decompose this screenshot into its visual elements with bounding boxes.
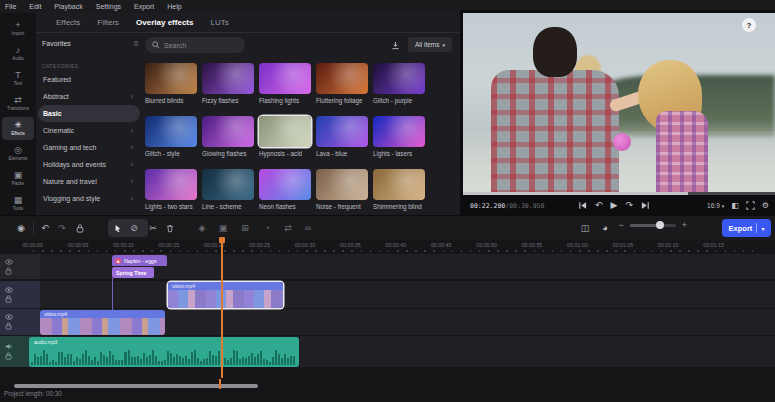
zoom-slider-knob[interactable] [656,221,664,229]
search-bar[interactable] [145,37,245,53]
effect-card[interactable]: Shimmering blind [373,169,425,215]
effect-thumbnail[interactable] [373,169,425,200]
audio-clip[interactable]: audio.mp3 [29,337,299,367]
effect-card[interactable]: Flashing lights [259,63,311,110]
effect-card[interactable]: Blurred blinds [145,63,197,110]
category-item[interactable]: Gaming and tech › [38,139,140,156]
menu-item[interactable]: Export [134,3,154,10]
effect-thumbnail[interactable] [316,63,368,94]
category-item[interactable]: Holidays and events › [38,156,140,173]
category-item[interactable]: Vlogging and style › [38,190,140,207]
download-icon[interactable] [388,38,402,52]
effect-card[interactable]: Hypnosis - acid [259,116,311,163]
export-button[interactable]: Export ▾ [722,219,771,237]
player-seekbar[interactable] [463,192,775,195]
effect-thumbnail[interactable] [259,169,311,200]
zoom-out-icon[interactable]: − [618,220,623,230]
favorites-row[interactable]: Favorites 0 [42,40,138,47]
category-item[interactable]: Nature and travel › [38,173,140,190]
video-preview[interactable]: ? [463,13,775,192]
filter-dropdown[interactable]: All items ▾ [408,37,452,52]
menu-item[interactable]: Settings [96,3,121,10]
effect-thumbnail[interactable] [145,169,197,200]
timeline-ruler[interactable]: 00:00:00 00:00:05 00:00:10 00:00:15 00:0… [0,240,775,253]
freeze-frame-icon[interactable]: ▣ [215,220,231,236]
sidebar-item[interactable]: ♪ Audio [2,42,34,66]
video-clip-selected[interactable]: video.mp4 [168,282,283,308]
effect-card[interactable]: Line - scheme [202,169,254,215]
panel-tab[interactable]: Overlay effects [136,18,193,27]
effect-thumbnail[interactable] [259,116,311,147]
toggle-visibility-icon[interactable] [5,287,13,293]
effect-thumbnail[interactable] [145,63,197,94]
effect-card[interactable]: Lights - lasers [373,116,425,163]
rewind-icon[interactable]: ↶ [595,201,603,210]
speaker-icon[interactable] [5,343,13,350]
help-button[interactable]: ? [742,18,756,32]
timeline-scale-icon[interactable]: ◕ [597,220,613,236]
speed-icon[interactable]: ◔ [259,220,275,236]
text-clip[interactable]: Spring Time [112,267,154,278]
effect-card[interactable]: Fluttering foliage [316,63,368,110]
effect-thumbnail[interactable] [202,169,254,200]
effect-card[interactable]: Neon flashes [259,169,311,215]
undo-icon[interactable]: ↶ [37,220,53,236]
zoom-in-icon[interactable]: + [682,220,687,230]
play-icon[interactable]: ▶ [611,201,618,210]
effect-thumbnail[interactable] [145,116,197,147]
menu-item[interactable]: Help [167,3,181,10]
lock-track-icon[interactable] [5,352,12,360]
panel-tab[interactable]: LUTs [210,18,228,27]
toggle-visibility-icon[interactable] [5,314,13,320]
effect-thumbnail[interactable] [202,116,254,147]
audio-mixer-icon[interactable]: ◫ [577,220,593,236]
record-icon[interactable]: ◉ [13,220,29,236]
effect-thumbnail[interactable] [373,63,425,94]
redo-icon[interactable]: ↷ [54,220,70,236]
toggle-visibility-icon[interactable] [5,259,13,265]
video-clip[interactable]: video.mp4 [40,310,165,335]
link-icon[interactable]: ∞ [300,220,316,236]
effect-thumbnail[interactable] [373,116,425,147]
crop-icon[interactable]: ⊞ [237,220,253,236]
keyframe-icon[interactable]: ◈ [194,220,210,236]
effect-card[interactable]: Noise - frequent [316,169,368,215]
sidebar-item[interactable]: ✳ Effects [2,117,34,141]
select-tool-icon[interactable] [110,220,126,236]
delete-icon[interactable] [162,220,178,236]
effect-card[interactable]: Fizzy flashes [202,63,254,110]
effect-thumbnail[interactable] [259,63,311,94]
lock-icon[interactable] [72,220,88,236]
sidebar-item[interactable]: ▦ Tools [2,191,34,215]
fast-forward-icon[interactable]: ↷ [625,201,633,210]
compare-icon[interactable]: ◧ [731,201,739,210]
skip-to-start-icon[interactable] [578,201,587,210]
effect-thumbnail[interactable] [316,116,368,147]
menu-item[interactable]: Edit [29,3,41,10]
playhead-handle[interactable] [219,237,225,243]
search-input[interactable] [164,42,234,49]
zoom-slider[interactable] [630,224,676,227]
effect-card[interactable]: Glitch - purple [373,63,425,110]
category-item[interactable]: Basic [38,105,140,122]
effect-clip[interactable]: ● Napkin - eggs [112,255,167,266]
sidebar-item[interactable]: ⇄ Transitions [2,92,34,116]
menu-item[interactable]: File [5,3,16,10]
lock-track-icon[interactable] [5,295,12,303]
blade-tool-icon[interactable]: ⊘ [126,220,142,236]
aspect-ratio-dropdown[interactable]: 16:9 ▾ [707,202,724,209]
mirror-icon[interactable]: ⇄ [280,220,296,236]
menu-item[interactable]: Playback [54,3,82,10]
sidebar-item[interactable]: ▣ Packs [2,166,34,190]
chevron-down-icon[interactable]: ▾ [761,225,764,232]
playhead-line[interactable] [221,238,223,378]
sidebar-item[interactable]: T Text [2,67,34,91]
effect-thumbnail[interactable] [202,63,254,94]
effect-thumbnail[interactable] [316,169,368,200]
effect-card[interactable]: Glowing flashes [202,116,254,163]
track-lane-overlay[interactable] [0,281,775,308]
settings-gear-icon[interactable]: ⚙ [762,201,769,210]
split-scissors-icon[interactable]: ✂ [145,220,161,236]
panel-tab[interactable]: Filters [97,18,119,27]
lock-track-icon[interactable] [5,322,12,330]
